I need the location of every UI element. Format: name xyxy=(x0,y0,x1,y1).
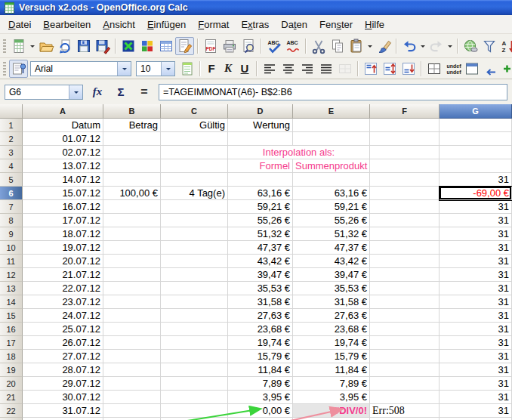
cell-E21[interactable]: 3,95 € xyxy=(293,391,370,404)
cell-A15[interactable]: 24.07.12 xyxy=(23,309,103,323)
align-bottom-button[interactable] xyxy=(399,60,418,78)
cell-F2[interactable] xyxy=(370,132,440,146)
cell-E4[interactable]: Summenprodukt xyxy=(293,159,370,173)
cell-D5[interactable] xyxy=(228,173,293,187)
cell-C8[interactable] xyxy=(161,214,228,227)
cell-E10[interactable]: 47,37 € xyxy=(293,241,370,255)
cell-A7[interactable]: 16.07.12 xyxy=(23,200,103,214)
cell-G17[interactable]: 31 xyxy=(440,336,512,350)
cell-F14[interactable] xyxy=(370,295,440,309)
cell-G10[interactable]: 31 xyxy=(440,241,512,255)
cell-F15[interactable] xyxy=(370,309,440,323)
cell-B20[interactable] xyxy=(103,377,161,391)
row-header-2[interactable]: 2 xyxy=(0,132,23,146)
cell-B1[interactable]: Betrag xyxy=(103,119,161,132)
cell-D21[interactable]: 3,95 € xyxy=(228,391,293,404)
cell-F17[interactable] xyxy=(370,336,440,350)
row-header-16[interactable]: 16 xyxy=(0,323,23,336)
cell-A19[interactable]: 28.07.12 xyxy=(23,363,103,377)
cell-B7[interactable] xyxy=(103,200,161,214)
cell-B15[interactable] xyxy=(103,309,161,323)
merge-cells-button[interactable] xyxy=(335,60,354,78)
cell-F22[interactable]: Err:508 xyxy=(370,404,440,418)
cell-E20[interactable]: 7,89 € xyxy=(293,377,370,391)
cell-B19[interactable] xyxy=(103,363,161,377)
page-preview-button[interactable] xyxy=(239,37,258,55)
column-header-G[interactable]: G xyxy=(440,104,512,119)
cell-B3[interactable] xyxy=(103,146,161,159)
combo-dropdown-icon[interactable] xyxy=(161,62,174,76)
cell-D16[interactable]: 23,68 € xyxy=(228,323,293,336)
cell-A22[interactable]: 31.07.12 xyxy=(23,404,103,418)
cell-D13[interactable]: 35,53 € xyxy=(228,282,293,295)
cell-C5[interactable] xyxy=(161,173,228,187)
row-header-1[interactable]: 1 xyxy=(0,119,23,132)
row-header-14[interactable]: 14 xyxy=(0,295,23,309)
cell-C19[interactable] xyxy=(161,363,228,377)
cell-D18[interactable]: 15,79 € xyxy=(228,350,293,363)
menu-hilfe[interactable]: Hilfe xyxy=(359,17,390,32)
cell-G2[interactable] xyxy=(440,132,512,146)
cell-C16[interactable] xyxy=(161,323,228,336)
styles-formatting-button[interactable] xyxy=(9,60,28,78)
cell-E15[interactable]: 27,63 € xyxy=(293,309,370,323)
align-center-button[interactable] xyxy=(279,60,298,78)
cell-A18[interactable]: 27.07.12 xyxy=(23,350,103,363)
cell-D2[interactable] xyxy=(228,132,293,146)
cell-A8[interactable]: 17.07.12 xyxy=(23,214,103,227)
combo-dropdown-icon[interactable] xyxy=(117,62,131,76)
column-header-D[interactable]: D xyxy=(228,104,293,119)
cell-E22[interactable]: #DIV/0! xyxy=(293,404,370,418)
cell-B21[interactable] xyxy=(103,391,161,404)
cell-F20[interactable] xyxy=(370,377,440,391)
underline-button[interactable]: U xyxy=(236,60,253,77)
cell-C10[interactable] xyxy=(161,241,228,255)
menu-daten[interactable]: Daten xyxy=(275,17,313,32)
row-header-11[interactable]: 11 xyxy=(0,255,23,268)
row-header-10[interactable]: 10 xyxy=(0,241,23,255)
cell-E14[interactable]: 31,58 € xyxy=(293,295,370,309)
cell-D8[interactable]: 55,26 € xyxy=(228,214,293,227)
cell-F7[interactable] xyxy=(370,200,440,214)
cell-F13[interactable] xyxy=(370,282,440,295)
cell-G18[interactable]: 31 xyxy=(440,350,512,363)
character-dialog-button[interactable] xyxy=(177,60,196,78)
menu-datei[interactable]: Datei xyxy=(2,17,37,32)
cell-G19[interactable]: 31 xyxy=(440,363,512,377)
cell-D19[interactable]: 11,84 € xyxy=(228,363,293,377)
cell-F19[interactable] xyxy=(370,363,440,377)
cell-E11[interactable]: 43,42 € xyxy=(293,255,370,268)
cell-D11[interactable]: 43,42 € xyxy=(228,255,293,268)
cell-G5[interactable]: 31 xyxy=(440,173,512,187)
menu-extras[interactable]: Extras xyxy=(235,17,275,32)
cell-F12[interactable] xyxy=(370,268,440,282)
row-header-21[interactable]: 21 xyxy=(0,391,23,404)
redo-button[interactable] xyxy=(427,37,446,55)
justify-button[interactable] xyxy=(316,60,335,78)
cell-D6[interactable]: 63,16 € xyxy=(228,187,293,200)
bold-button[interactable]: F xyxy=(203,60,220,77)
cell-G8[interactable]: 31 xyxy=(440,214,512,227)
cell-C13[interactable] xyxy=(161,282,228,295)
cell-A14[interactable]: 23.07.12 xyxy=(23,295,103,309)
cell-G12[interactable]: 31 xyxy=(440,268,512,282)
date-format-button[interactable] xyxy=(462,60,481,78)
paste-button[interactable] xyxy=(347,37,365,55)
cell-C3[interactable] xyxy=(161,146,228,159)
cell-G14[interactable]: 31 xyxy=(440,295,512,309)
sum-button[interactable]: Σ xyxy=(112,84,130,100)
row-header-6[interactable]: 6 xyxy=(0,187,23,200)
hyperlink-button[interactable] xyxy=(461,37,480,55)
datapilot-button[interactable] xyxy=(480,37,498,55)
menu-format[interactable]: Format xyxy=(192,17,235,32)
cell-A5[interactable]: 14.07.12 xyxy=(23,173,103,187)
cell-A11[interactable]: 20.07.12 xyxy=(23,255,103,268)
cell-B6[interactable]: 100,00 € xyxy=(103,187,161,200)
cell-B5[interactable] xyxy=(103,173,161,187)
row-header-8[interactable]: 8 xyxy=(0,214,23,227)
row-header-18[interactable]: 18 xyxy=(0,350,23,363)
add-decimal-button[interactable] xyxy=(500,60,512,78)
insert-table-button[interactable] xyxy=(156,37,175,55)
cell-G11[interactable]: 31 xyxy=(440,255,512,268)
font-name-combo[interactable]: Arial xyxy=(30,61,131,76)
